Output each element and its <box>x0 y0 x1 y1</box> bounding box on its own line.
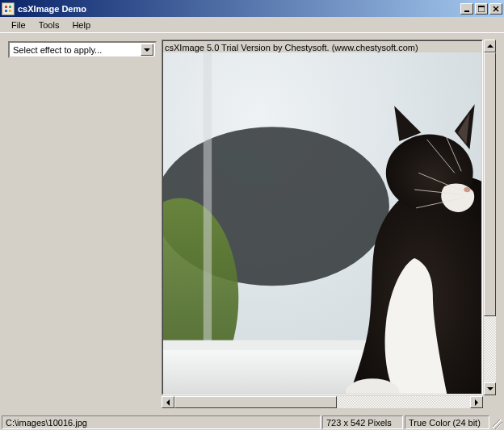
status-dimensions: 723 x 542 Pixels <box>322 415 403 429</box>
horizontal-scroll-track[interactable] <box>174 396 470 408</box>
scroll-corner <box>483 395 496 408</box>
vertical-scrollbar[interactable] <box>483 40 496 395</box>
statusbar: C:\images\10016.jpg 723 x 542 Pixels Tru… <box>0 415 504 430</box>
titlebar: csXImage Demo <box>0 0 504 17</box>
scroll-right-button[interactable] <box>470 396 483 408</box>
watermark-text: csXImage 5.0 Trial Version by Chestysoft… <box>165 43 418 52</box>
svg-rect-5 <box>464 10 469 12</box>
menu-file[interactable]: File <box>5 19 32 31</box>
horizontal-scroll-thumb[interactable] <box>174 396 337 408</box>
menu-tools[interactable]: Tools <box>32 19 66 31</box>
image-viewer: csXImage 5.0 Trial Version by Chestysoft… <box>162 40 496 408</box>
resize-grip[interactable] <box>491 415 502 429</box>
svg-point-12 <box>201 148 276 207</box>
svg-rect-7 <box>478 6 485 7</box>
vertical-scroll-track[interactable] <box>484 52 496 382</box>
svg-rect-1 <box>5 6 7 8</box>
svg-rect-14 <box>204 52 212 349</box>
vertical-scroll-thumb[interactable] <box>484 52 496 316</box>
maximize-button[interactable] <box>475 3 488 15</box>
status-path: C:\images\10016.jpg <box>2 415 321 429</box>
scroll-left-button[interactable] <box>162 396 174 408</box>
svg-rect-3 <box>5 10 7 12</box>
close-button[interactable] <box>489 3 502 15</box>
image-content <box>163 52 481 394</box>
chevron-down-icon[interactable] <box>141 44 153 56</box>
status-color-mode: True Color (24 bit) <box>405 415 489 429</box>
minimize-button[interactable] <box>460 3 473 15</box>
image-viewport[interactable]: csXImage 5.0 Trial Version by Chestysoft… <box>162 40 483 395</box>
effect-select-text: Select effect to apply... <box>13 45 141 55</box>
svg-rect-2 <box>9 6 11 8</box>
effect-select[interactable]: Select effect to apply... <box>8 41 157 58</box>
app-icon <box>2 2 15 15</box>
scroll-down-button[interactable] <box>484 382 496 395</box>
svg-point-18 <box>464 187 470 192</box>
menubar: File Tools Help <box>0 17 504 33</box>
menu-help[interactable]: Help <box>65 19 97 31</box>
scroll-up-button[interactable] <box>484 40 496 52</box>
horizontal-scrollbar[interactable] <box>162 395 483 408</box>
svg-rect-4 <box>9 10 11 12</box>
window-title: csXImage Demo <box>18 4 459 14</box>
client-area: Select effect to apply... csXImage 5.0 T… <box>0 33 504 415</box>
